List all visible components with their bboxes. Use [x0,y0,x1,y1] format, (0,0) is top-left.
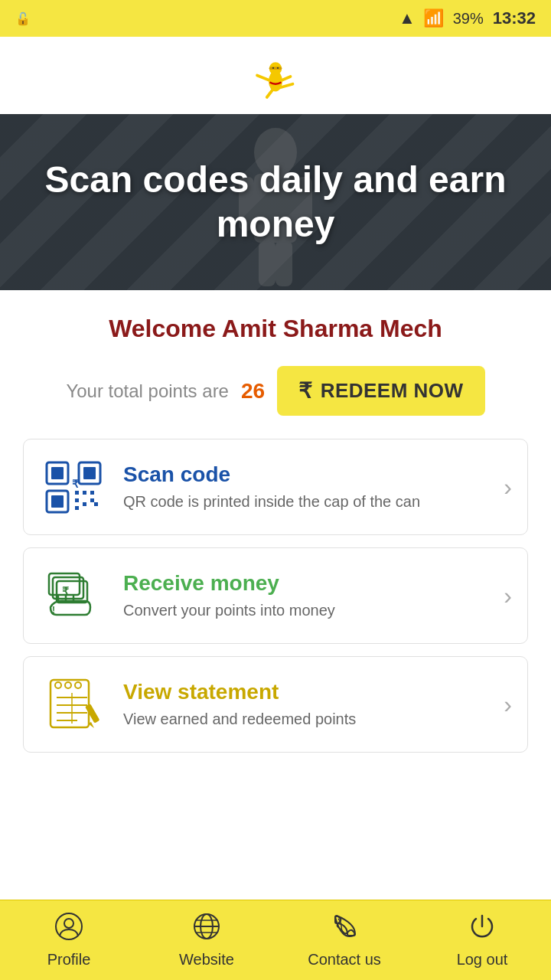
view-statement-title: View statement [123,680,488,704]
svg-rect-26 [75,506,79,510]
scan-code-chevron: › [504,473,512,501]
receive-money-title: Receive money [123,571,488,596]
nav-logout[interactable]: Log out [413,913,551,969]
svg-rect-21 [75,491,79,495]
power-icon [468,913,496,946]
globe-icon [193,913,220,946]
receive-money-chevron: › [504,582,512,610]
svg-rect-18 [83,467,96,479]
svg-text:₹: ₹ [72,478,79,490]
view-statement-icon [39,674,108,735]
svg-rect-14 [276,240,292,286]
app-logo [241,51,310,100]
scan-code-desc: QR code is printed inside the cap of the… [123,492,488,511]
svg-line-6 [282,77,291,80]
redeem-button[interactable]: ₹ REDEEM NOW [277,366,485,416]
website-label: Website [179,951,234,969]
points-value: 26 [241,379,265,403]
svg-line-5 [267,90,273,97]
status-bar: 🔓 ▲ 📶 39% 13:32 [0,0,551,37]
svg-rect-23 [90,491,94,495]
points-label: Your total points are [66,381,229,402]
view-statement-item[interactable]: View statement View earned and redeemed … [23,656,528,753]
welcome-section: Welcome Amit Sharma Mech [0,290,551,351]
profile-icon [55,913,83,946]
welcome-text: Welcome Amit Sharma Mech [23,315,528,343]
time-text: 13:32 [493,8,536,28]
svg-rect-25 [90,498,94,502]
receive-money-content: Receive money Convert your points into m… [123,571,488,620]
svg-text:!: ! [52,605,55,616]
logout-label: Log out [457,951,508,969]
svg-rect-2 [269,67,282,70]
svg-rect-13 [259,240,276,286]
view-statement-chevron: › [504,691,512,719]
scan-code-content: Scan code QR code is printed inside the … [123,462,488,511]
contact-label: Contact us [308,951,381,969]
menu-list: ₹ Scan code QR code is printed inside th… [0,439,551,753]
svg-rect-16 [51,467,64,479]
status-icons: ▲ 📶 [399,8,444,28]
redeem-label: REDEEM NOW [321,379,464,403]
hero-banner: Scan codes daily and earn money [0,114,551,290]
receive-money-desc: Convert your points into money [123,600,488,620]
signal-icon: 📶 [423,8,444,28]
battery-text: 39% [453,10,484,28]
bottom-nav: Profile Website Contact us [0,900,551,980]
svg-point-47 [64,919,73,928]
scan-code-icon: ₹ [39,456,108,518]
hero-text: Scan codes daily and earn money [0,158,551,246]
svg-point-8 [277,67,279,69]
svg-line-3 [257,76,269,80]
nav-contact[interactable]: Contact us [276,913,413,969]
profile-label: Profile [47,951,91,969]
lock-icon: 🔓 [15,11,31,26]
svg-rect-20 [51,495,64,508]
svg-rect-24 [75,498,79,502]
rupee-icon: ₹ [298,378,313,403]
logo-area [0,37,551,114]
scan-code-item[interactable]: ₹ Scan code QR code is printed inside th… [23,439,528,535]
points-row: Your total points are 26 ₹ REDEEM NOW [23,366,528,416]
svg-point-7 [272,67,274,69]
scan-code-title: Scan code [123,462,488,487]
svg-rect-28 [94,502,98,506]
svg-rect-22 [83,491,86,495]
view-statement-content: View statement View earned and redeemed … [123,680,488,729]
svg-rect-27 [83,502,86,506]
svg-point-38 [75,682,81,688]
view-statement-desc: View earned and redeemed points [123,709,488,729]
nav-website[interactable]: Website [138,913,276,969]
receive-money-icon: ₹ ! [39,565,108,626]
nav-profile[interactable]: Profile [0,913,138,969]
svg-point-36 [55,682,61,688]
receive-money-item[interactable]: ₹ ! Receive money Convert your points in… [23,547,528,644]
wifi-icon: ▲ [399,8,416,28]
svg-point-37 [65,682,71,688]
phone-icon [331,913,358,946]
